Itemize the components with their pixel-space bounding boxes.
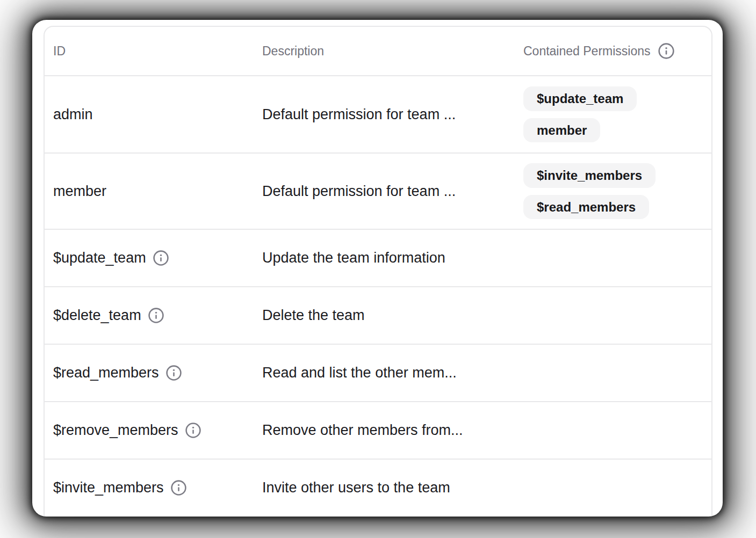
permission-badge: $read_members: [523, 195, 649, 219]
permissions-cell: [515, 247, 711, 270]
permission-id: $read_members: [53, 365, 159, 381]
description-cell: Delete the team: [254, 307, 515, 324]
permissions-cell: $update_team member: [515, 75, 711, 153]
table-row-remove-members: $remove_members Remove other members fro…: [45, 401, 711, 459]
id-cell: $invite_members: [45, 479, 254, 496]
column-header-contained-permissions-label: Contained Permissions: [523, 44, 651, 59]
table-frame: ID Description Contained Permissions adm…: [32, 20, 723, 517]
column-header-contained-permissions: Contained Permissions: [515, 42, 711, 60]
id-cell: $update_team: [45, 250, 254, 266]
permission-id: member: [53, 183, 106, 200]
column-header-description-label: Description: [262, 44, 324, 59]
info-icon[interactable]: [165, 365, 182, 381]
permission-badge: member: [523, 118, 600, 142]
permission-id: $delete_team: [53, 307, 141, 324]
info-icon[interactable]: [170, 479, 187, 496]
column-header-id-label: ID: [53, 44, 66, 59]
info-icon[interactable]: [185, 422, 201, 439]
permission-id: $remove_members: [53, 422, 178, 439]
table-row-admin: admin Default permission for team ... $u…: [45, 75, 711, 152]
info-icon[interactable]: [658, 42, 675, 60]
table-header-row: ID Description Contained Permissions: [45, 27, 711, 75]
table-row-member: member Default permission for team ... $…: [45, 152, 711, 229]
description-cell: Remove other members from...: [254, 422, 515, 439]
table-row-invite-members: $invite_members Invite other users to th…: [45, 459, 711, 516]
info-icon[interactable]: [153, 250, 169, 266]
info-icon[interactable]: [148, 307, 164, 324]
permission-id: $update_team: [53, 250, 146, 266]
description-cell: Default permission for team ...: [254, 106, 515, 123]
permission-id: $invite_members: [53, 479, 164, 496]
table-row-delete-team: $delete_team Delete the team: [45, 286, 711, 344]
table-row-read-members: $read_members Read and list the other me…: [45, 344, 711, 401]
description-cell: Invite other users to the team: [254, 479, 515, 496]
permissions-cell: $invite_members $read_members: [515, 152, 711, 230]
permissions-screenshot: ID Description Contained Permissions adm…: [0, 0, 756, 538]
description-cell: Read and list the other mem...: [254, 365, 515, 381]
permissions-table: ID Description Contained Permissions adm…: [44, 26, 712, 516]
id-cell: admin: [45, 106, 254, 123]
permission-badge: $update_team: [523, 86, 637, 111]
id-cell: member: [45, 183, 254, 200]
column-header-description: Description: [254, 44, 515, 59]
permissions-cell: [515, 419, 711, 442]
permission-id: admin: [53, 106, 93, 123]
description-cell: Update the team information: [254, 250, 515, 266]
permission-badge: $invite_members: [523, 163, 656, 187]
column-header-id: ID: [45, 44, 254, 59]
permissions-cell: [515, 304, 711, 327]
table-row-update-team: $update_team Update the team information: [45, 229, 711, 286]
id-cell: $delete_team: [45, 307, 254, 324]
id-cell: $remove_members: [45, 422, 254, 439]
permissions-cell: [515, 477, 711, 499]
description-cell: Default permission for team ...: [254, 183, 515, 200]
permissions-cell: [515, 362, 711, 384]
id-cell: $read_members: [45, 365, 254, 381]
